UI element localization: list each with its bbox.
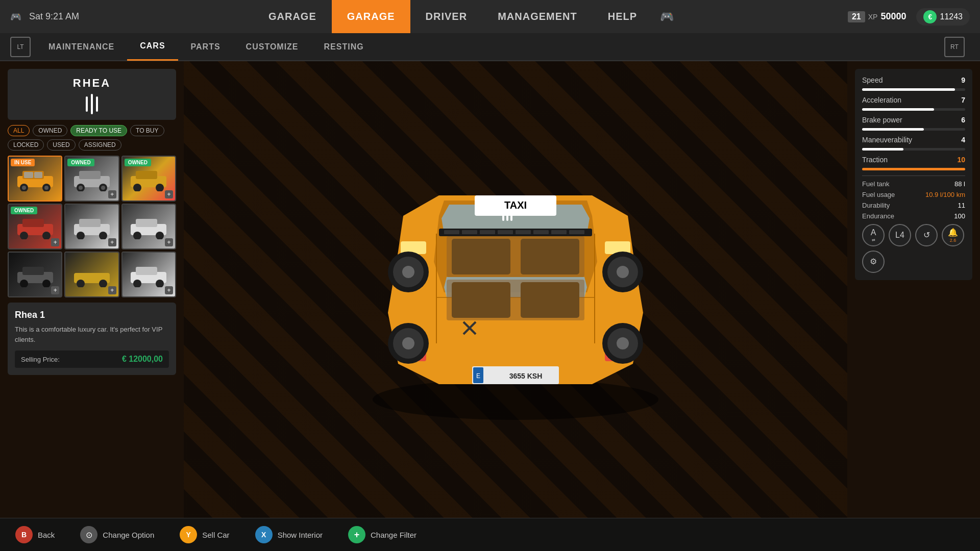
car-thumb-6[interactable]: + [121,204,176,249]
fuel-tank-label: Fuel tank [862,180,889,188]
settings-icon[interactable]: ⚙ [862,251,885,273]
svg-rect-84 [521,239,579,274]
plus-button[interactable]: + [348,526,365,543]
brake-label: Brake power [862,116,902,124]
car-badge-inuse: IN USE [11,159,35,166]
svg-rect-57 [569,230,584,234]
subnav-maintenance[interactable]: MAINTENANCE [36,33,127,61]
center-display: TAXI E 3655 KSH [184,61,847,518]
car-thumb-1[interactable]: IN USE [8,156,62,202]
x-button[interactable]: X [255,526,273,543]
acceleration-value: 7 [961,96,965,104]
car-price-value: € 12000,00 [122,355,163,364]
filter-ready[interactable]: READY TO USE [70,125,127,136]
car-thumb-2[interactable]: OWNED + [64,156,119,202]
svg-rect-52 [480,230,495,234]
svg-text:E: E [476,372,480,380]
car-info-desc: This is a comfortable luxury car. It's p… [15,324,169,344]
filter-owned[interactable]: OWNED [33,125,67,136]
filter-tags: ALL OWNED READY TO USE TO BUY LOCKED USE… [8,125,176,151]
b-button[interactable]: B [15,526,33,543]
car-thumb-7[interactable]: + [8,252,62,297]
car-add-8[interactable]: + [108,286,116,294]
car-add-4[interactable]: + [51,238,59,246]
car-thumb-9[interactable]: + [121,252,176,297]
filter-assigned[interactable]: ASSIGNED [79,139,121,151]
speed-label: Speed [862,76,883,84]
gear-icon[interactable]: L4 [889,224,911,246]
svg-rect-56 [551,230,567,234]
subnav-resting[interactable]: RESTING [311,33,377,61]
brake-value: 6 [961,116,965,124]
rt-icon[interactable]: RT [944,37,965,57]
acceleration-bar [862,108,965,111]
action-change-option[interactable]: ⊙ Change Option [80,526,154,543]
drive-icon[interactable]: ↺ [915,224,938,246]
bottom-bar: B Back ⊙ Change Option Y Sell Car X Show… [0,518,980,551]
svg-point-74 [617,266,629,278]
change-option-button[interactable]: ⊙ [80,526,97,543]
brake-bar-fill [862,128,924,131]
car-add-7[interactable]: + [51,286,59,294]
filter-used[interactable]: USED [47,139,75,151]
alert-icon[interactable]: 🔔 2.6 [942,224,964,246]
car-thumb-5[interactable]: + [64,204,119,249]
nav-driver[interactable]: DRIVER [410,0,483,33]
car-thumb-4[interactable]: OWNED + [8,204,62,249]
subnav-cars[interactable]: CARS [127,33,178,61]
car-svg-6 [128,214,169,239]
car-thumb-8[interactable]: + [64,252,119,297]
detail-durability: Durability 11 [862,202,965,209]
action-back[interactable]: B Back [15,526,55,543]
action-sell-car[interactable]: Y Sell Car [180,526,229,543]
transmission-icon[interactable]: A ⇄ [862,224,885,246]
durability-value: 11 [958,202,965,209]
y-button[interactable]: Y [180,526,197,543]
filter-locked[interactable]: LOCKED [8,139,44,151]
car-badge-owned-4: OWNED [11,207,37,214]
car-add-6[interactable]: + [165,238,173,246]
svg-rect-53 [498,230,513,234]
action-show-interior[interactable]: X Show Interior [255,526,323,543]
svg-rect-85 [452,282,510,318]
taxi-car-svg: TAXI E 3655 KSH [337,149,694,430]
car-svg-7 [15,262,56,287]
traction-bar-fill [862,168,965,170]
filter-tobuy[interactable]: TO BUY [130,125,164,136]
svg-rect-7 [34,172,42,178]
stat-row-speed: Speed 9 [862,76,965,84]
filter-all[interactable]: ALL [8,125,30,136]
xp-value: 50000 [880,11,906,22]
car-thumb-3[interactable]: OWNED + [121,156,176,202]
durability-label: Durability [862,202,890,209]
nav-active[interactable]: GARAGE [332,0,410,33]
svg-point-5 [44,186,48,190]
svg-point-80 [617,337,629,349]
car-grid: IN USE OWNED + [8,156,176,297]
subnav-parts[interactable]: PARTS [178,33,233,61]
car-add-2[interactable]: + [108,190,116,198]
action-change-filter[interactable]: + Change Filter [348,526,416,543]
detail-endurance: Endurance 100 [862,212,965,220]
car-add-9[interactable]: + [165,286,173,294]
top-bar-center: GARAGE GARAGE DRIVER MANAGEMENT HELP 🎮 [253,0,674,33]
lt-icon[interactable]: LT [10,37,31,57]
nav-management[interactable]: MANAGEMENT [482,0,593,33]
nav-help[interactable]: HELP [593,0,652,33]
logo-bar-2 [91,94,93,114]
car-svg-2 [71,166,112,191]
subnav-customize[interactable]: CUSTOMIZE [233,33,311,61]
svg-rect-51 [462,230,477,234]
car-add-5[interactable]: + [108,238,116,246]
money-badge: € 11243 [916,8,970,26]
acceleration-label: Acceleration [862,96,901,104]
maneuverability-bar [862,148,965,151]
svg-point-12 [79,186,83,190]
xp-badge: 21 XP 50000 [848,11,906,22]
nav-garage[interactable]: GARAGE [253,0,332,33]
fuel-tank-value: 88 l [954,180,965,188]
top-bar: 🎮 Sat 9:21 AM GARAGE GARAGE DRIVER MANAG… [0,0,980,33]
car-add-3[interactable]: + [165,190,173,198]
top-bar-left: 🎮 Sat 9:21 AM [10,11,79,22]
car-brand-name: RHEA [15,77,168,90]
